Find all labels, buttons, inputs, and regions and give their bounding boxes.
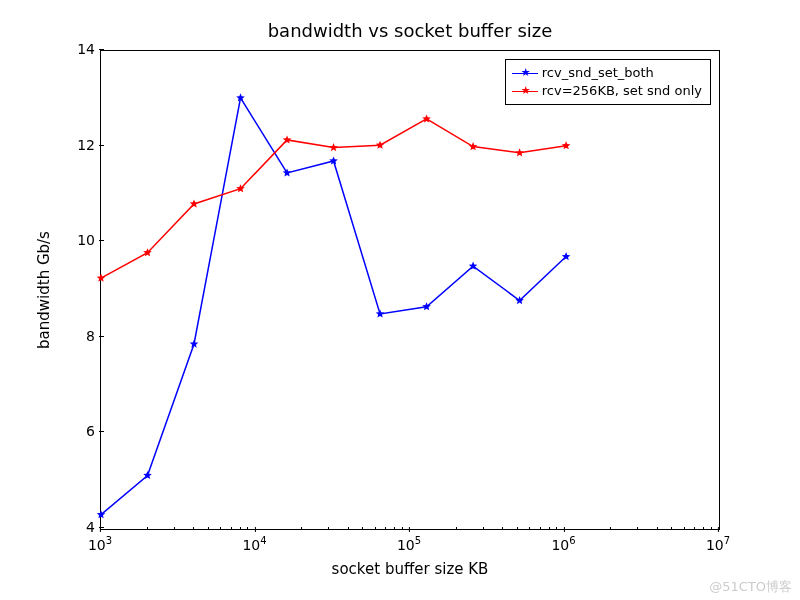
star-icon xyxy=(283,168,292,176)
x-tick: 106 xyxy=(551,535,575,553)
y-tick: 12 xyxy=(60,137,95,153)
y-tick: 10 xyxy=(60,232,95,248)
legend-swatch-1: ★ xyxy=(512,91,538,92)
y-tick: 8 xyxy=(60,328,95,344)
legend-label-0: rcv_snd_set_both xyxy=(542,64,654,82)
y-tick: 14 xyxy=(60,41,95,57)
star-icon xyxy=(469,142,478,150)
x-minor-tick xyxy=(402,527,403,530)
x-minor-tick xyxy=(220,527,221,530)
series-line-1 xyxy=(101,119,566,278)
x-minor-tick xyxy=(610,527,611,530)
x-minor-tick xyxy=(540,527,541,530)
x-minor-tick xyxy=(208,527,209,530)
legend-entry-1: ★ rcv=256KB, set snd only xyxy=(512,82,702,100)
legend-swatch-0: ★ xyxy=(512,73,538,74)
legend: ★ rcv_snd_set_both ★ rcv=256KB, set snd … xyxy=(505,59,711,105)
x-minor-tick xyxy=(517,527,518,530)
chart-title: bandwidth vs socket buffer size xyxy=(100,20,720,41)
star-icon xyxy=(97,274,106,282)
star-icon xyxy=(515,148,524,156)
x-minor-tick xyxy=(657,527,658,530)
x-minor-tick xyxy=(348,527,349,530)
x-minor-tick xyxy=(684,527,685,530)
x-minor-tick xyxy=(456,527,457,530)
x-minor-tick xyxy=(328,527,329,530)
x-minor-tick xyxy=(174,527,175,530)
x-axis-label: socket buffer size KB xyxy=(100,560,720,578)
x-minor-tick xyxy=(301,527,302,530)
star-icon xyxy=(376,309,385,317)
x-minor-tick xyxy=(483,527,484,530)
x-minor-tick xyxy=(385,527,386,530)
x-minor-tick xyxy=(671,527,672,530)
x-minor-tick xyxy=(549,527,550,530)
y-axis-label: bandwidth Gb/s xyxy=(35,50,55,530)
x-minor-tick xyxy=(703,527,704,530)
x-minor-tick xyxy=(247,527,248,530)
star-icon xyxy=(190,340,199,348)
x-minor-tick xyxy=(394,527,395,530)
y-tick: 6 xyxy=(60,423,95,439)
x-minor-tick xyxy=(694,527,695,530)
legend-label-1: rcv=256KB, set snd only xyxy=(542,82,702,100)
y-tick: 4 xyxy=(60,519,95,535)
x-tick: 103 xyxy=(88,535,112,553)
x-minor-tick xyxy=(529,527,530,530)
x-minor-tick xyxy=(231,527,232,530)
star-icon xyxy=(562,141,571,149)
x-minor-tick xyxy=(502,527,503,530)
x-tick: 107 xyxy=(706,535,730,553)
star-icon xyxy=(329,143,338,151)
x-tick: 104 xyxy=(242,535,266,553)
x-minor-tick xyxy=(556,527,557,530)
x-tick: 105 xyxy=(397,535,421,553)
figure: bandwidth vs socket buffer size ★ rcv_sn… xyxy=(0,0,800,600)
x-minor-tick xyxy=(193,527,194,530)
x-minor-tick xyxy=(147,527,148,530)
watermark: @51CTO博客 xyxy=(709,578,792,596)
x-minor-tick xyxy=(637,527,638,530)
x-minor-tick xyxy=(240,527,241,530)
axes: ★ rcv_snd_set_both ★ rcv=256KB, set snd … xyxy=(100,50,720,530)
star-icon xyxy=(376,141,385,149)
x-minor-tick xyxy=(362,527,363,530)
x-minor-tick xyxy=(711,527,712,530)
plot-area xyxy=(101,51,719,529)
x-minor-tick xyxy=(375,527,376,530)
legend-entry-0: ★ rcv_snd_set_both xyxy=(512,64,702,82)
